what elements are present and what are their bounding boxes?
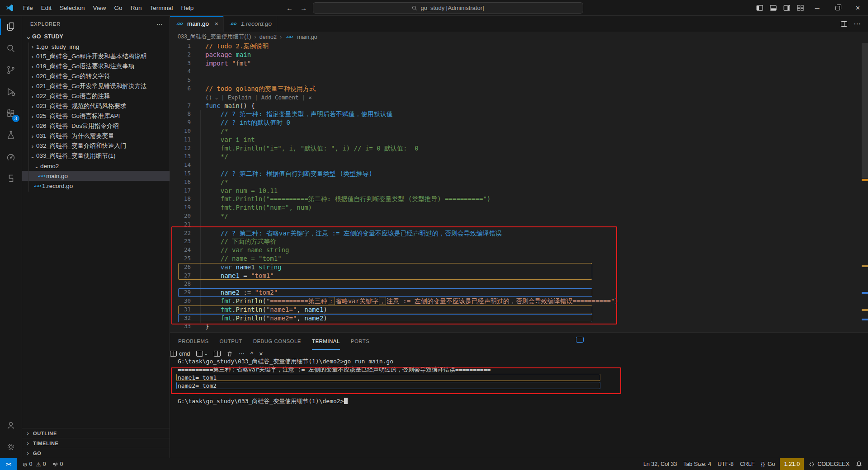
account-icon[interactable]	[0, 414, 22, 436]
code-line[interactable]: 25 // name = "tom1"	[170, 254, 868, 263]
close-window-button[interactable]: ×	[848, 0, 868, 16]
tree-item[interactable]: ›022_尚硅谷_Go语言的注释	[22, 91, 170, 101]
breadcrumb[interactable]: 033_尚硅谷_变量使用细节(1)›demo2›-GOmain.go	[170, 32, 868, 42]
code-line[interactable]: 6// todo golang的变量三种使用方式	[170, 85, 868, 93]
menu-selection[interactable]: Selection	[56, 3, 89, 13]
close-widget-icon[interactable]: ✕	[308, 94, 312, 101]
gauge-extension-icon[interactable]	[0, 146, 22, 168]
code-line[interactable]: 2package main	[170, 51, 868, 59]
section-timeline[interactable]: ›TIMELINE	[22, 438, 170, 448]
tree-item[interactable]: -GOmain.go	[22, 171, 170, 181]
code-line[interactable]: 27 name1 = "tom1"	[170, 272, 868, 280]
chevron-down-icon[interactable]: ⌄	[215, 95, 218, 100]
code-line[interactable]: 17 var num = 10.11	[170, 187, 868, 195]
explain-link[interactable]: Explain	[228, 94, 252, 101]
maximize-panel-icon[interactable]: ^	[250, 350, 253, 357]
terminal-line[interactable]: name2= tom2	[178, 382, 859, 390]
code-line[interactable]: 19 fmt.Println("num=", num)	[170, 203, 868, 212]
code-line[interactable]: 26 var name1 string	[170, 263, 868, 272]
code-line[interactable]: 29 name2 := "tom2"	[170, 288, 868, 297]
code-line[interactable]: 33}	[170, 322, 868, 331]
tree-item[interactable]: ›026_尚硅谷_Dos常用指令介绍	[22, 121, 170, 131]
panel-more-icon[interactable]: ⋯	[239, 350, 245, 357]
breadcrumb-item[interactable]: 033_尚硅谷_变量使用细节(1)	[178, 33, 251, 41]
launch-profile-icon[interactable]	[214, 351, 221, 357]
panel-tab-output[interactable]: OUTPUT	[220, 333, 242, 350]
code-line[interactable]: 24 // var name string	[170, 246, 868, 254]
panel-tab-ports[interactable]: PORTS	[351, 333, 370, 350]
split-editor-icon[interactable]	[841, 21, 847, 27]
section-go[interactable]: ›GO	[22, 448, 170, 458]
explorer-more-icon[interactable]: ⋯	[156, 20, 163, 28]
terminal-line[interactable]: G:\task\go_study\033_尚硅谷_变量使用细节(1)\demo2…	[178, 358, 859, 366]
explorer-icon[interactable]	[0, 16, 22, 38]
breadcrumb-item[interactable]: demo2	[259, 34, 277, 40]
tree-item[interactable]: ›021_尚硅谷_Go开发常见错误和解决方法	[22, 81, 170, 91]
code-line[interactable]: 10 /*	[170, 127, 868, 136]
panel-tab-terminal[interactable]: TERMINAL	[312, 333, 340, 350]
menu-view[interactable]: View	[89, 3, 110, 13]
language-mode-item[interactable]: {} Go	[758, 459, 778, 469]
terminal-line[interactable]: ==========第三种：省略var关键字，注意 := 左侧的变量不应该是已经…	[178, 366, 859, 374]
menu-run[interactable]: Run	[127, 3, 146, 13]
command-center-search[interactable]: go_study [Administrator]	[313, 2, 583, 14]
eol-item[interactable]: CRLF	[737, 459, 758, 469]
section-outline[interactable]: ›OUTLINE	[22, 428, 170, 438]
tree-item[interactable]: ⌄demo2	[22, 161, 170, 171]
close-panel-icon[interactable]: ×	[259, 350, 263, 357]
problems-item[interactable]: ⊘ 0 ⚠ 0	[19, 459, 49, 469]
toggle-secondary-sidebar-icon[interactable]	[780, 0, 793, 16]
tree-item[interactable]: ›032_尚硅谷_变量介绍和快速入门	[22, 141, 170, 151]
code-line[interactable]: 20 */	[170, 212, 868, 221]
terminal-instance[interactable]: cmd	[170, 350, 190, 357]
minimize-button[interactable]: ─	[807, 0, 827, 16]
code-line[interactable]: 7func main() {	[170, 102, 868, 110]
toggle-sidebar-icon[interactable]	[753, 0, 766, 16]
tree-item[interactable]: ›1.go_study_img	[22, 42, 170, 52]
code-line[interactable]: 11 var i int	[170, 136, 868, 144]
code-line[interactable]: 3import "fmt"	[170, 59, 868, 68]
code-line[interactable]: 1// todo 2.案例说明	[170, 42, 868, 51]
tree-item[interactable]: ⌄033_尚硅谷_变量使用细节(1)	[22, 151, 170, 161]
restore-button[interactable]	[827, 0, 848, 16]
tree-item[interactable]: -GO1.record.go	[22, 181, 170, 191]
forward-arrow-icon[interactable]: →	[300, 4, 307, 12]
go-version-item[interactable]: 1.21.0	[780, 458, 804, 470]
extensions-icon[interactable]: 3	[0, 103, 22, 124]
menu-terminal[interactable]: Terminal	[146, 3, 177, 13]
code-line[interactable]: 28	[170, 280, 868, 288]
code-line[interactable]: 23 // 下面的方式等价	[170, 237, 868, 246]
tab-size-item[interactable]: Tab Size: 4	[680, 459, 714, 469]
editor-more-icon[interactable]: ⋯	[854, 19, 861, 28]
add-comment-link[interactable]: Add Comment	[261, 94, 299, 101]
code-line[interactable]: 32 fmt.Println("name2=", name2)	[170, 314, 868, 323]
code-line[interactable]: 8 // ? 第一种: 指定变量类型，声明后若不赋值，使用默认值	[170, 110, 868, 118]
code-line[interactable]: 21	[170, 221, 868, 229]
notifications-bell-icon[interactable]	[853, 459, 865, 469]
tree-item[interactable]: ›025_尚硅谷_Go语言标准库API	[22, 111, 170, 121]
search-sidebar-icon[interactable]	[0, 38, 22, 59]
code-editor[interactable]: 1// todo 2.案例说明2package main3import "fmt…	[170, 42, 868, 332]
code-line[interactable]: 30 fmt.Println("==========第三种：省略var关键字，注…	[170, 297, 868, 306]
breadcrumb-item[interactable]: main.go	[297, 34, 317, 40]
code-line[interactable]: 15 // ? 第二种: 根据值自行判断变量类型 (类型推导)	[170, 169, 868, 178]
codegeex-status-item[interactable]: CODEGEEX	[806, 459, 853, 469]
code-line[interactable]: 22 // ? 第三种: 省略var关键字，注意 := 左侧的变量不应该是已经声…	[170, 229, 868, 238]
code-line[interactable]: 16 /*	[170, 178, 868, 187]
tab-1.record.go[interactable]: -GO1.record.go	[224, 16, 277, 32]
code-line[interactable]: 14	[170, 161, 868, 169]
code-line[interactable]: 9 // ? int的默认值时 0	[170, 118, 868, 127]
tree-item[interactable]: ›015_尚硅谷_Go程序开发和基本结构说明	[22, 52, 170, 61]
encoding-item[interactable]: UTF-8	[714, 459, 736, 469]
codegeex-inline-widget[interactable]: ⟨⟩⌄|Explain|Add Comment|✕	[170, 93, 868, 102]
menu-go[interactable]: Go	[110, 3, 127, 13]
customize-layout-icon[interactable]	[793, 0, 807, 16]
code-line[interactable]: 18 fmt.Println("==========第二种: 根据值自行判断变量…	[170, 195, 868, 203]
editor-scrollbar[interactable]	[862, 42, 868, 332]
menu-file[interactable]: File	[19, 3, 37, 13]
menu-help[interactable]: Help	[177, 3, 198, 13]
terminal-line[interactable]	[178, 390, 859, 398]
tree-item[interactable]: ›019_尚硅谷_Go语法要求和注意事项	[22, 61, 170, 71]
tree-item[interactable]: ⌄GO_STUDY	[22, 32, 170, 42]
tree-item[interactable]: ›031_尚硅谷_为什么需要变量	[22, 131, 170, 141]
